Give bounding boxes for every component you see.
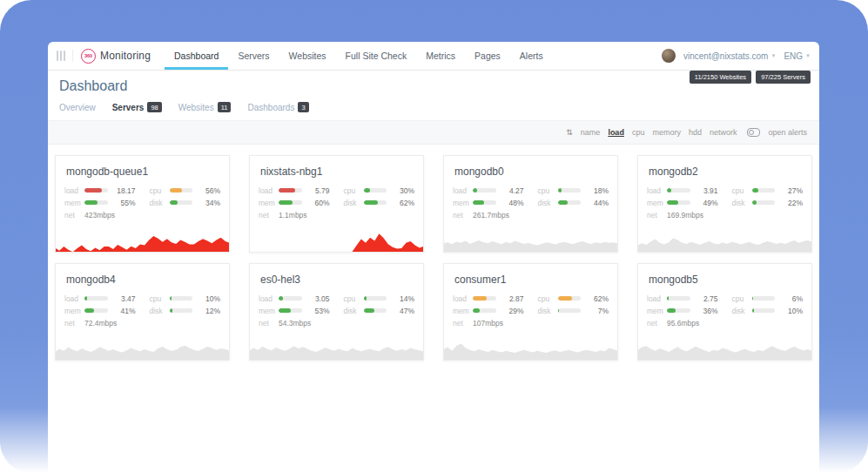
metrics: load 18.17 cpu 56% mem 55% disk: [64, 186, 220, 207]
metric-load: load 3.91: [647, 186, 718, 195]
user-email: vincent@nixstats.com: [683, 51, 768, 61]
metric-cpu: cpu 27%: [732, 186, 804, 195]
nav-item-full-site-check[interactable]: Full Site Check: [336, 42, 417, 70]
websites-counter-badge: 11/2150 Websites: [690, 71, 751, 84]
mem-value: 49%: [696, 199, 718, 207]
user-menu[interactable]: vincent@nixstats.com ▼: [683, 51, 776, 61]
sort-by-cpu[interactable]: cpu: [632, 128, 645, 137]
nav-item-dashboard[interactable]: Dashboard: [165, 42, 228, 70]
sort-by-hdd[interactable]: hdd: [689, 128, 702, 137]
server-name: mongodb-queue1: [66, 166, 219, 178]
cpu-bar: [752, 296, 776, 301]
metrics: load 3.47 cpu 10% mem 41% disk: [64, 294, 220, 315]
tab-servers-count: 98: [147, 102, 161, 112]
metric-cpu: cpu 6%: [732, 294, 804, 303]
tab-dashboards[interactable]: Dashboards 3: [247, 102, 308, 112]
logo[interactable]: 360 Monitoring: [81, 49, 151, 64]
cpu-value: 56%: [198, 186, 220, 195]
mem-value: 60%: [307, 199, 330, 207]
sort-by-name[interactable]: name: [581, 128, 601, 137]
nav-item-alerts[interactable]: Alerts: [510, 42, 553, 70]
network-sparkline: [637, 228, 812, 253]
net-value: 423mbps: [84, 211, 115, 220]
server-card[interactable]: consumer1 load 2.87 cpu 62% mem 29%: [443, 263, 618, 361]
server-card[interactable]: es0-hel3 load 3.05 cpu 14% mem 53%: [249, 263, 424, 361]
metric-disk: disk 22%: [732, 199, 804, 207]
user-avatar[interactable]: [662, 49, 676, 63]
metric-net: net 261.7mbps: [453, 211, 609, 220]
metrics: load 4.27 cpu 18% mem 48% disk: [453, 186, 609, 207]
disk-value: 44%: [586, 199, 609, 207]
app-switcher-icon[interactable]: [57, 50, 73, 62]
chevron-down-icon: ▼: [770, 53, 776, 58]
metric-disk: disk 12%: [150, 307, 221, 315]
server-name: mongodb5: [649, 274, 801, 286]
server-card[interactable]: mongodb5 load 2.75 cpu 6% mem 36%: [637, 263, 812, 361]
server-card[interactable]: nixstats-nbg1 load 5.79 cpu 30% mem: [249, 155, 424, 253]
cpu-value: 6%: [780, 294, 803, 303]
metric-load: load 5.79: [259, 186, 330, 195]
tab-servers[interactable]: Servers 98: [112, 102, 162, 112]
metric-load: load 3.05: [259, 294, 330, 303]
metric-mem: mem 49%: [647, 199, 718, 207]
metric-load: load 4.27: [453, 186, 524, 195]
open-alerts-label[interactable]: open alerts: [768, 128, 807, 137]
metric-disk: disk 62%: [344, 199, 415, 207]
metric-cpu: cpu 14%: [344, 294, 415, 303]
metric-net: net 423mbps: [64, 211, 220, 220]
mem-bar: [84, 200, 108, 205]
load-value: 3.47: [113, 294, 136, 303]
net-value: 72.4mbps: [84, 319, 117, 328]
tab-websites[interactable]: Websites 11: [178, 102, 232, 112]
metric-cpu: cpu 62%: [538, 294, 609, 303]
load-bar: [473, 296, 496, 301]
sort-by-network[interactable]: network: [710, 128, 737, 137]
metric-disk: disk 44%: [538, 199, 609, 207]
mem-bar: [667, 308, 690, 313]
tab-overview[interactable]: Overview: [59, 103, 96, 112]
metrics: load 3.91 cpu 27% mem 49% disk: [647, 186, 803, 207]
navbar-right: vincent@nixstats.com ▼ ENG ▼: [662, 49, 811, 63]
nav-item-servers[interactable]: Servers: [228, 42, 279, 70]
metric-load: load 2.75: [647, 294, 718, 303]
load-bar: [279, 296, 302, 301]
metrics: load 5.79 cpu 30% mem 60% disk: [259, 186, 414, 207]
sort-by-load[interactable]: load: [608, 128, 624, 137]
network-sparkline: [249, 336, 424, 361]
cpu-bar: [558, 188, 582, 193]
server-card[interactable]: mongodb4 load 3.47 cpu 10% mem 41%: [55, 263, 230, 361]
network-sparkline: [443, 228, 618, 253]
metric-mem: mem 36%: [647, 307, 718, 315]
metric-net: net 169.9mbps: [647, 211, 803, 220]
open-alerts-toggle[interactable]: [747, 128, 760, 137]
top-navbar: 360 Monitoring Dashboard Servers Website…: [48, 42, 819, 71]
mem-value: 48%: [501, 199, 524, 207]
server-name: mongodb4: [66, 274, 219, 286]
load-value: 3.91: [696, 186, 718, 195]
sort-by-memory[interactable]: memory: [652, 128, 681, 137]
nav-item-metrics[interactable]: Metrics: [416, 42, 465, 70]
nav-item-websites[interactable]: Websites: [279, 42, 336, 70]
disk-bar: [558, 308, 582, 313]
language-selector[interactable]: ENG ▼: [784, 51, 811, 61]
load-value: 5.79: [307, 186, 330, 195]
server-card[interactable]: mongodb-queue1 load 18.17 cpu 56% mem: [55, 155, 230, 253]
mem-value: 36%: [696, 307, 718, 315]
mem-bar: [84, 308, 108, 313]
disk-bar: [364, 308, 387, 313]
disk-bar: [558, 200, 582, 205]
servers-counter-badge: 97/225 Servers: [756, 71, 811, 84]
server-card[interactable]: mongodb0 load 4.27 cpu 18% mem 48%: [443, 155, 618, 253]
load-value: 2.75: [696, 294, 718, 303]
server-card[interactable]: mongodb2 load 3.91 cpu 27% mem 49%: [637, 155, 812, 253]
mem-value: 29%: [501, 307, 524, 315]
load-bar: [473, 188, 496, 193]
net-value: 54.3mbps: [279, 319, 311, 328]
nav-item-pages[interactable]: Pages: [465, 42, 510, 70]
mem-bar: [667, 200, 690, 205]
disk-bar: [170, 200, 193, 205]
mem-bar: [473, 200, 496, 205]
metric-disk: disk 7%: [538, 307, 609, 315]
metric-net: net 54.3mbps: [259, 319, 414, 328]
metric-mem: mem 41%: [64, 307, 136, 315]
